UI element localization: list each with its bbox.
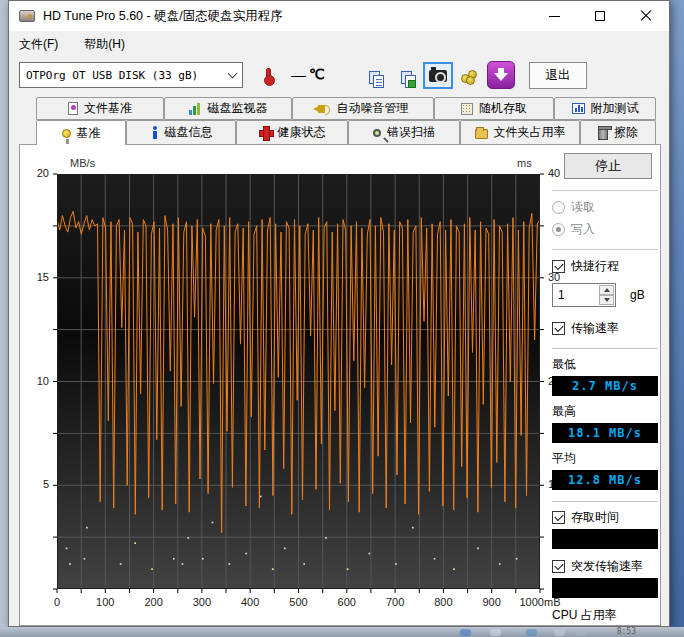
tab-erase[interactable]: 擦除 [580,120,656,144]
folder-icon [475,129,488,139]
x-tick: 700 [370,596,420,608]
burst-rate-display [552,578,658,598]
menu-help[interactable]: 帮助(H) [84,36,125,53]
taskbar-icon[interactable] [490,629,501,636]
separator [552,501,658,502]
write-radio[interactable] [552,223,565,236]
tab-file-benchmark[interactable]: 文件基准 [36,97,164,120]
burst-rate-checkbox[interactable] [552,560,565,573]
tab-label: 随机存取 [479,100,527,117]
y-left-tick: 20 [37,167,49,179]
separator [552,348,658,349]
tab-extra-tests[interactable]: 附加测试 [554,97,656,120]
x-tick: 900 [467,596,517,608]
file-benchmark-icon [68,102,78,115]
speaker-icon [318,105,325,113]
triangle-up-icon [604,288,610,292]
read-radio-label: 读取 [571,199,595,216]
taskbar-icon[interactable] [526,629,537,636]
red-cross-icon [259,126,272,139]
tab-row-2: 基准 磁盘信息 健康状态 错误扫描 文件夹占用率 擦除 [36,120,656,144]
x-tick: 200 [129,596,179,608]
drive-select-value: OTPOrg OT USB DISK (33 gB) [26,69,229,82]
minimize-button[interactable] [531,1,577,31]
minimum-label: 最低 [552,356,658,373]
read-radio[interactable] [552,201,565,214]
short-stroke-size-input[interactable]: 1 [552,283,616,307]
stop-button[interactable]: 停止 [564,153,652,179]
menu-file[interactable]: 文件(F) [19,36,58,53]
random-access-icon [461,103,473,115]
spinner-down-button[interactable] [599,295,614,305]
tab-folder-usage[interactable]: 文件夹占用率 [460,120,580,144]
y-left-tick: 10 [37,375,49,387]
window-title: HD Tune Pro 5.60 - 硬盘/固态硬盘实用程序 [43,8,283,25]
toolbar: OTPOrg OT USB DISK (33 gB) — ℃ [9,57,669,97]
magnifier-icon [373,129,381,137]
screenshot-button[interactable] [423,62,453,89]
desktop: HD Tune Pro 5.60 - 硬盘/固态硬盘实用程序 文件(F) 帮助(… [0,0,684,637]
transfer-rate-label: 传输速率 [571,320,619,337]
down-arrow-icon [494,68,508,82]
close-icon [640,10,652,22]
camera-icon [429,70,447,82]
tab-disk-info[interactable]: 磁盘信息 [126,120,236,144]
maximize-button[interactable] [577,1,623,31]
x-tick: 600 [322,596,372,608]
x-tick: 100 [80,596,130,608]
taskbar-icon[interactable] [460,629,471,636]
y-left-axis-label: MB/s [70,157,95,169]
donate-coins-icon [461,68,479,84]
taskbar-icon[interactable] [554,629,565,636]
copy-image-button[interactable] [391,62,421,89]
tab-disk-monitor[interactable]: 磁盘监视器 [164,97,292,120]
minimum-display: 2.7 MB/s [552,376,658,396]
app-icon [19,10,35,22]
tab-error-scan[interactable]: 错误扫描 [348,120,460,144]
separator [552,190,658,191]
tab-health-status[interactable]: 健康状态 [236,120,348,144]
triangle-down-icon [604,298,610,302]
drive-select-dropdown[interactable]: OTPOrg OT USB DISK (33 gB) [19,62,243,88]
short-stroke-label: 快捷行程 [571,258,619,275]
save-results-button[interactable] [487,61,515,89]
donate-button[interactable] [455,62,485,89]
close-button[interactable] [623,1,669,31]
disk-monitor-icon [189,103,202,115]
maximum-display: 18.1 MB/s [552,423,658,443]
maximize-icon [595,11,605,21]
short-stroke-size-value: 1 [553,288,565,302]
temperature-button[interactable] [255,62,281,88]
thermometer-icon [266,68,271,83]
spinner-up-button[interactable] [599,285,614,295]
average-display: 12.8 MB/s [552,470,658,490]
spark-plug-icon [62,129,71,138]
write-radio-label: 写入 [571,221,595,238]
tab-label: 健康状态 [278,124,326,141]
copy-text-button[interactable] [359,62,389,89]
tab-benchmark[interactable]: 基准 [36,120,126,145]
temperature-unit: ℃ [309,66,325,82]
taskbar-icon[interactable] [576,629,587,636]
info-icon [150,126,159,139]
extra-tests-icon [572,103,585,114]
taskbar-clock: 8:53 [617,627,636,636]
x-tick: 400 [225,596,275,608]
tab-label: 自动噪音管理 [337,100,409,117]
x-tick: 800 [418,596,468,608]
access-time-checkbox[interactable] [552,511,565,524]
x-tick: 0 [32,596,82,608]
transfer-rate-checkbox[interactable] [552,322,565,335]
titlebar: HD Tune Pro 5.60 - 硬盘/固态硬盘实用程序 [9,1,669,31]
tab-random-access[interactable]: 随机存取 [434,97,554,120]
y-left-tick: 5 [43,478,49,490]
exit-button[interactable]: 退出 [529,62,587,89]
tab-label: 文件夹占用率 [494,124,566,141]
tab-label: 基准 [77,125,101,142]
short-stroke-checkbox[interactable] [552,260,565,273]
tab-label: 擦除 [614,124,638,141]
short-stroke-unit: gB [630,288,645,302]
tab-label: 错误扫描 [387,124,435,141]
access-time-label: 存取时间 [571,509,619,526]
tab-noise-management[interactable]: 自动噪音管理 [292,97,434,120]
